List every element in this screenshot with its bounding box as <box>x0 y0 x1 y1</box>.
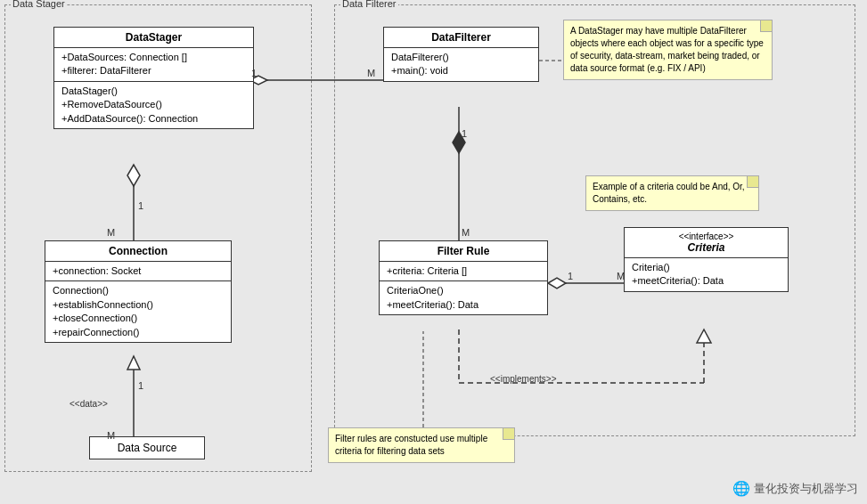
watermark-text: 量化投资与机器学习 <box>754 481 858 497</box>
datafilterer-class: DataFilterer DataFilterer() +main(): voi… <box>383 27 539 82</box>
mult-conn-data-m: M <box>107 430 115 441</box>
connection-method2: +establishConnection() <box>53 298 224 312</box>
datafilterer-methods: DataFilterer() +main(): void <box>384 48 538 81</box>
note2: Example of a criteria could be And, Or, … <box>585 175 759 211</box>
criteria-header: <<interface>> Criteria <box>625 228 788 258</box>
connection-class: Connection +connection: Socket Connectio… <box>45 240 232 343</box>
watermark: 🌐 量化投资与机器学习 <box>732 480 858 497</box>
datafilterer-method1: DataFilterer() <box>391 51 531 64</box>
filterrule-attr1: +criteria: Criteria [] <box>387 264 540 278</box>
connection-method4: +repairConnection() <box>53 326 224 339</box>
criteria-stereotype: <<interface>> <box>632 232 781 241</box>
note2-text: Example of a criteria could be And, Or, … <box>593 182 745 204</box>
filterrule-methods: CriteriaOne() +meetCriteria(): Data <box>380 281 547 314</box>
data-filterer-label: Data Filterer <box>340 0 398 9</box>
mult-stager-conn-1: 1 <box>138 200 143 211</box>
mult-ds-to-fr-1: 1 <box>251 68 257 78</box>
datastager-name: DataStager <box>126 31 182 44</box>
datasource-label: Data Source <box>118 442 177 454</box>
filterrule-method1: CriteriaOne() <box>387 284 540 297</box>
mult-fr-crit-m: M <box>617 271 625 281</box>
main-container: Data Stager Data Filterer <box>0 0 867 504</box>
datastager-class: DataStager +DataSources: Connection [] +… <box>53 27 254 129</box>
datastager-attr1: +DataSources: Connection [] <box>61 51 246 64</box>
filterrule-class: Filter Rule +criteria: Criteria [] Crite… <box>379 240 548 315</box>
connection-method3: +closeConnection() <box>53 312 224 325</box>
mult-fr-df-m: M <box>462 227 470 238</box>
datastager-methods: DataStager() +RemoveDataSource() +AddDat… <box>54 82 253 128</box>
data-stager-label: Data Stager <box>11 0 67 9</box>
datafilterer-header: DataFilterer <box>384 28 538 48</box>
note3: Filter rules are constucted use multiple… <box>328 427 515 463</box>
note3-text: Filter rules are constucted use multiple… <box>335 434 487 456</box>
filterrule-name: Filter Rule <box>438 245 490 257</box>
datafilterer-name: DataFilterer <box>431 31 491 44</box>
datastager-header: DataStager <box>54 28 253 48</box>
mult-fr-df-1: 1 <box>462 128 467 139</box>
connection-name: Connection <box>109 245 168 257</box>
datafilterer-method2: +main(): void <box>391 64 531 77</box>
filterrule-method2: +meetCriteria(): Data <box>387 298 540 312</box>
connection-header: Connection <box>45 241 231 262</box>
implements-label: <<implements>> <box>490 374 557 384</box>
watermark-icon: 🌐 <box>732 480 750 497</box>
mult-ds-to-fr-m: M <box>367 68 375 78</box>
mult-stager-conn-m: M <box>107 227 115 238</box>
datastager-attributes: +DataSources: Connection [] +filterer: D… <box>54 48 253 82</box>
criteria-methods: Criteria() +meetCriteria(): Data <box>625 258 788 291</box>
criteria-method1: Criteria() <box>632 261 781 274</box>
connection-attributes: +connection: Socket <box>45 262 231 281</box>
mult-conn-data-1: 1 <box>138 380 143 391</box>
connection-methods: Connection() +establishConnection() +clo… <box>45 281 231 342</box>
data-stereotype-label: <<data>> <box>70 399 108 409</box>
criteria-name: Criteria <box>687 241 724 254</box>
filterrule-attributes: +criteria: Criteria [] <box>380 262 547 281</box>
datastager-method2: +RemoveDataSource() <box>61 98 246 111</box>
note1-text: A DataStager may have multiple DataFilte… <box>570 26 764 73</box>
datastager-method3: +AddDataSource(): Connection <box>61 112 246 126</box>
note1: A DataStager may have multiple DataFilte… <box>563 20 773 80</box>
criteria-class: <<interface>> Criteria Criteria() +meetC… <box>624 227 789 292</box>
connection-method1: Connection() <box>53 284 224 297</box>
filterrule-header: Filter Rule <box>380 241 547 262</box>
connection-attr1: +connection: Socket <box>53 264 224 278</box>
mult-fr-crit-1: 1 <box>568 271 573 281</box>
datastager-attr2: +filterer: DataFilterer <box>61 64 246 77</box>
criteria-method2: +meetCriteria(): Data <box>632 274 781 288</box>
datastager-method1: DataStager() <box>61 85 246 98</box>
